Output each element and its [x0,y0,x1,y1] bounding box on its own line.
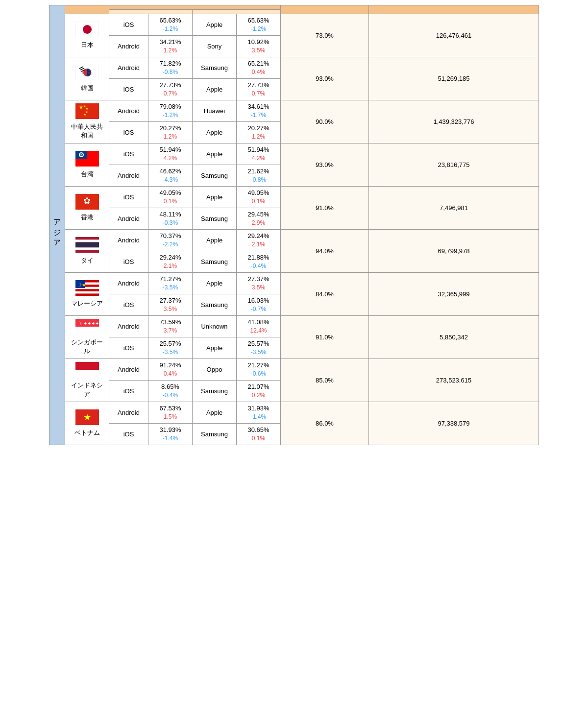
os-name: iOS [109,337,148,358]
os-share: 49.05% 0.1% [148,186,193,208]
os-name: iOS [109,380,148,402]
device-share: 41.08% 12.4% [237,315,281,337]
flag-cn: ★ ★ ★ ★ ★ [75,103,99,120]
device-name: Samsung [193,208,237,229]
country-name: 台湾 [81,170,94,179]
svg-rect-23 [75,239,99,242]
svg-rect-37 [75,362,99,370]
population: 32,365,999 [369,272,539,315]
device-name: Apple [193,78,237,100]
header-device [193,10,281,14]
device-share: 29.45% 2.9% [237,208,281,229]
country-name: 韓国 [81,84,94,93]
device-name: Sony [193,35,237,57]
device-share: 25.57% -3.5% [237,337,281,358]
header-main [109,5,281,10]
device-share: 34.61% -1.7% [237,100,281,121]
header-state [49,5,65,14]
device-name: Apple [193,229,237,251]
country-cell: タイ [65,229,109,272]
device-share: 21.62% -0.8% [237,165,281,186]
os-share: 27.37% 3.5% [148,294,193,315]
device-share: 16.03% -0.7% [237,294,281,315]
population: 1,439,323,776 [369,100,539,143]
device-name: Apple [193,143,237,165]
flag-vn: ★ [75,409,99,427]
country-cell: ★ ★ ★ ★ ★ 中華人民共和国 [65,100,109,143]
os-name: Android [109,208,148,229]
flag-jp [75,22,99,39]
flag-id [75,362,99,379]
smartphone-rate: 93.0% [281,143,369,186]
header-smartphone [281,5,369,14]
country-name: マレーシア [71,299,103,308]
population: 7,496,981 [369,186,539,229]
device-name: Apple [193,402,237,423]
country-cell: ✿ 香港 [65,186,109,229]
os-name: iOS [109,423,148,445]
svg-text:★: ★ [83,113,86,116]
os-name: Android [109,100,148,121]
device-name: Apple [193,272,237,294]
svg-text:★: ★ [83,412,91,422]
os-share: 71.82% -0.8% [148,57,193,78]
country-name: 日本 [81,41,94,49]
os-share: 46.62% -4.3% [148,165,193,186]
os-share: 20.27% 1.2% [148,121,193,143]
os-share: 34.21% 1.2% [148,35,193,57]
svg-point-1 [83,25,92,34]
country-name: 中華人民共和国 [68,122,106,140]
device-name: Apple [193,14,237,36]
flag-sg: ☽ ✦✦✦✦✦ [75,319,99,336]
smartphone-rate: 85.0% [281,358,369,402]
smartphone-rate: 73.0% [281,14,369,57]
os-name: iOS [109,186,148,208]
device-share: 31.93% -1.4% [237,402,281,423]
population: 5,850,342 [369,315,539,358]
country-cell: 태극 韓国 [65,57,109,100]
flag-th [75,237,99,254]
smartphone-rate: 91.0% [281,186,369,229]
os-share: 65.63% -1.2% [148,14,193,36]
device-share: 10.92% 3.5% [237,35,281,57]
flag-kr: 태극 [75,65,99,82]
os-share: 25.57% -3.5% [148,337,193,358]
country-cell: 日本 [65,14,109,57]
smartphone-rate: 90.0% [281,100,369,143]
os-name: iOS [109,294,148,315]
country-cell: ★ ベトナム [65,402,109,445]
os-share: 71.27% -3.5% [148,272,193,294]
os-share: 48.11% -0.3% [148,208,193,229]
os-share: 70.37% -2.2% [148,229,193,251]
flag-my: ☽★ [75,280,99,297]
device-share: 27.73% 0.7% [237,78,281,100]
device-name: Samsung [193,165,237,186]
os-name: Android [109,402,148,423]
svg-rect-25 [75,247,99,250]
device-name: Samsung [193,251,237,272]
device-name: Apple [193,186,237,208]
os-share: 29.24% 2.1% [148,251,193,272]
country-cell: ☽★ マレーシア [65,272,109,315]
device-share: 21.88% -0.4% [237,251,281,272]
os-share: 31.93% -1.4% [148,423,193,445]
smartphone-rate: 84.0% [281,272,369,315]
device-name: Apple [193,337,237,358]
device-name: Unknown [193,315,237,337]
device-share: 65.21% 0.4% [237,57,281,78]
svg-text:태극: 태극 [82,70,92,75]
country-cell: インドネシア [65,358,109,402]
smartphone-rate: 86.0% [281,402,369,445]
header-os [109,10,193,14]
device-name: Apple [193,121,237,143]
smartphone-rate: 91.0% [281,315,369,358]
population: 126,476,461 [369,14,539,57]
smartphone-rate: 93.0% [281,57,369,100]
svg-text:✿: ✿ [83,196,91,206]
country-name: ベトナム [74,429,100,437]
device-share: 20.27% 1.2% [237,121,281,143]
device-share: 49.05% 0.1% [237,186,281,208]
device-share: 21.07% 0.2% [237,380,281,402]
svg-text:★: ★ [85,107,88,110]
population: 97,338,579 [369,402,539,445]
